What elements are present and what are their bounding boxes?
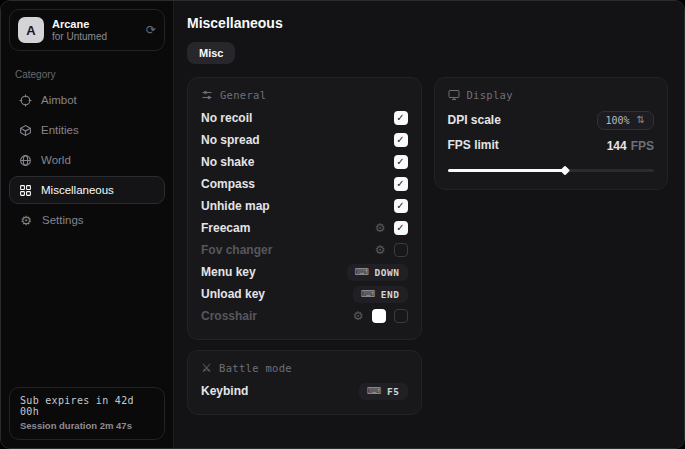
display-panel-header: Display [448, 89, 655, 101]
page-title: Miscellaneous [187, 15, 668, 31]
globe-icon [19, 154, 32, 167]
sidebar-item-label: Entities [41, 124, 79, 136]
brand-title: Arcane [52, 18, 138, 31]
battle-keybind-button[interactable]: ⌨ F5 [359, 383, 407, 400]
display-panel-title: Display [467, 89, 513, 101]
setting-row-unhide-map: Unhide map ✓ [201, 195, 408, 217]
keyboard-icon: ⌨ [355, 267, 370, 277]
session-duration-text: Session duration 2m 47s [20, 420, 154, 431]
sidebar-nav: Aimbot Entities World Miscellaneous [1, 86, 173, 234]
general-panel: General No recoil ✓ No spread ✓ No shake… [187, 77, 422, 340]
setting-row-unload-key: Unload key ⌨ END [201, 283, 408, 305]
box-icon [19, 124, 32, 137]
fps-unit: FPS [631, 139, 654, 153]
grid-icon [19, 184, 32, 197]
battle-panel-header: ⚔ Battle mode [201, 362, 408, 374]
setting-row-crosshair: Crosshair ⚙ [201, 305, 408, 327]
dpi-scale-select[interactable]: 100% ⇅ [597, 111, 654, 130]
setting-row-keybind: Keybind ⌨ F5 [201, 380, 408, 402]
app-window: A Arcane for Untumed ⟳ Category Aimbot E… [0, 0, 685, 449]
sword-icon: ⚔ [201, 362, 212, 374]
setting-row-fps-limit: FPS limit 144FPS [448, 133, 655, 157]
keyboard-icon: ⌨ [367, 386, 382, 396]
slider-fill [448, 169, 566, 172]
setting-row-compass: Compass ✓ [201, 173, 408, 195]
sidebar-item-label: World [41, 154, 71, 166]
sidebar-item-label: Settings [42, 214, 84, 226]
sidebar-item-label: Miscellaneous [41, 184, 114, 196]
setting-row-no-recoil: No recoil ✓ [201, 107, 408, 129]
tab-bar: Misc [187, 42, 668, 64]
gear-icon: ⚙ [19, 214, 33, 227]
menu-key-button[interactable]: ⌨ DOWN [347, 264, 408, 281]
sidebar-item-entities[interactable]: Entities [9, 116, 165, 144]
no-shake-checkbox[interactable]: ✓ [394, 155, 408, 169]
avatar: A [18, 17, 44, 43]
unhide-map-checkbox[interactable]: ✓ [394, 199, 408, 213]
setting-row-dpi-scale: DPI scale 100% ⇅ [448, 107, 655, 133]
sidebar-item-aimbot[interactable]: Aimbot [9, 86, 165, 114]
sliders-icon [201, 89, 213, 101]
fps-value: 144 [607, 139, 627, 153]
display-panel: Display DPI scale 100% ⇅ FPS limit [434, 77, 669, 190]
setting-row-no-shake: No shake ✓ [201, 151, 408, 173]
tab-misc[interactable]: Misc [187, 42, 235, 64]
crosshair-icon [19, 94, 32, 107]
setting-row-menu-key: Menu key ⌨ DOWN [201, 261, 408, 283]
category-label: Category [15, 69, 159, 80]
fov-changer-checkbox[interactable] [394, 243, 408, 257]
freecam-gear-icon[interactable]: ⚙ [375, 222, 386, 234]
battle-mode-panel: ⚔ Battle mode Keybind ⌨ F5 [187, 350, 422, 415]
general-panel-title: General [220, 89, 266, 101]
monitor-icon [448, 89, 460, 101]
main-content: Miscellaneous Misc General No recoil [174, 1, 684, 448]
crosshair-gear-icon[interactable]: ⚙ [353, 310, 364, 322]
setting-row-freecam: Freecam ⚙ ✓ [201, 217, 408, 239]
compass-checkbox[interactable]: ✓ [394, 177, 408, 191]
unload-key-button[interactable]: ⌨ END [353, 286, 408, 303]
check-icon: ✓ [396, 135, 404, 145]
check-icon: ✓ [396, 113, 404, 123]
setting-row-no-spread: No spread ✓ [201, 129, 408, 151]
brand-text: Arcane for Untumed [52, 18, 138, 42]
sidebar-item-world[interactable]: World [9, 146, 165, 174]
general-panel-header: General [201, 89, 408, 101]
no-recoil-checkbox[interactable]: ✓ [394, 111, 408, 125]
crosshair-checkbox[interactable] [394, 309, 408, 323]
sidebar-item-settings[interactable]: ⚙ Settings [9, 206, 165, 234]
sidebar: A Arcane for Untumed ⟳ Category Aimbot E… [1, 1, 174, 448]
subscription-card: Sub expires in 42d 00h Session duration … [9, 387, 165, 440]
slider-thumb[interactable] [560, 166, 570, 176]
brand-card[interactable]: A Arcane for Untumed ⟳ [9, 9, 165, 51]
sidebar-item-miscellaneous[interactable]: Miscellaneous [9, 176, 165, 204]
battle-panel-title: Battle mode [219, 362, 292, 374]
fps-limit-slider[interactable] [448, 163, 655, 177]
updown-arrows-icon: ⇅ [637, 115, 645, 125]
check-icon: ✓ [396, 179, 404, 189]
sub-expiry-text: Sub expires in 42d 00h [20, 395, 154, 417]
refresh-icon[interactable]: ⟳ [146, 24, 156, 36]
check-icon: ✓ [396, 157, 404, 167]
freecam-checkbox[interactable]: ✓ [394, 221, 408, 235]
no-spread-checkbox[interactable]: ✓ [394, 133, 408, 147]
check-icon: ✓ [396, 223, 404, 233]
brand-subtitle: for Untumed [52, 31, 138, 43]
keyboard-icon: ⌨ [361, 289, 376, 299]
check-icon: ✓ [396, 201, 404, 211]
sidebar-item-label: Aimbot [41, 94, 77, 106]
crosshair-color-swatch[interactable] [372, 309, 386, 323]
setting-row-fov-changer: Fov changer ⚙ [201, 239, 408, 261]
fov-changer-gear-icon[interactable]: ⚙ [375, 244, 386, 256]
